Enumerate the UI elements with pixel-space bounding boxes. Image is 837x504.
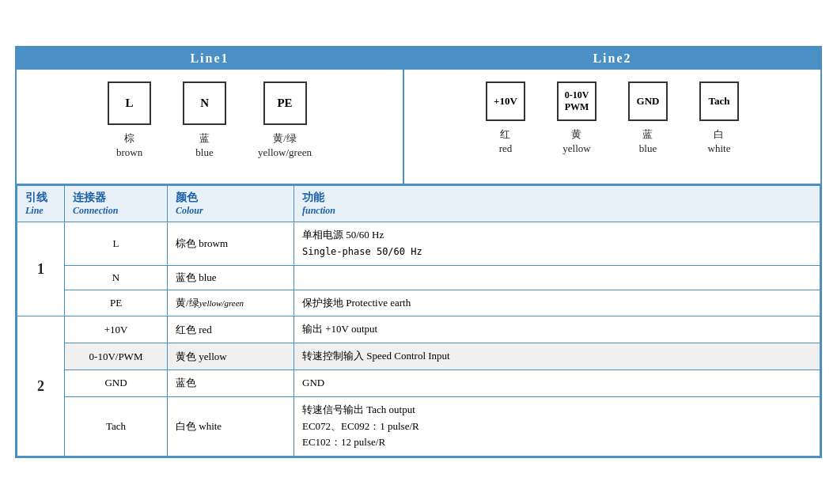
connector-gnd: GND 蓝blue xyxy=(628,81,668,156)
diagram-section: Line1 L 棕brown N 蓝blue PE 黄/绿yellow/gree… xyxy=(17,47,820,185)
line2-connectors: +10V 红red 0-10VPWM 黄yellow GND 蓝blue Tac… xyxy=(420,81,805,156)
header-func-cn: 功能 xyxy=(302,191,812,205)
connector-label-PE: 黄/绿yellow/green xyxy=(258,131,312,160)
table-row: 1 L 棕色 browm 单相电源 50/60 HzSingle-phase 5… xyxy=(17,222,820,266)
header-colour-en: Colour xyxy=(176,205,286,217)
line1-connectors: L 棕brown N 蓝blue PE 黄/绿yellow/green xyxy=(32,81,387,160)
header-conn-en: Connection xyxy=(73,205,159,217)
header-line-en: Line xyxy=(25,205,56,217)
table-row: N 蓝色 blue xyxy=(17,265,820,290)
connector-label-10v: 红red xyxy=(499,127,513,156)
colour-red-cell: 红色 red xyxy=(168,316,294,343)
connector-box-N: N xyxy=(183,81,226,125)
colour-white-cell: 白色 white xyxy=(168,396,294,456)
func-PE-cell: 保护接地 Protective earth xyxy=(294,290,820,316)
connector-label-pwm: 黄yellow xyxy=(562,127,590,156)
table-body: 1 L 棕色 browm 单相电源 50/60 HzSingle-phase 5… xyxy=(17,222,820,457)
line1-diagram: Line1 L 棕brown N 蓝blue PE 黄/绿yellow/gree… xyxy=(17,47,404,184)
table-row: Tach 白色 white 转速信号输出 Tach output EC072、E… xyxy=(17,396,820,456)
header-func-en: function xyxy=(302,205,812,217)
header-line: 引线 Line xyxy=(17,186,65,222)
connector-pwm: 0-10VPWM 黄yellow xyxy=(557,81,597,156)
conn-tach-cell: Tach xyxy=(65,396,168,456)
conn-10v-cell: +10V xyxy=(65,316,168,343)
colour-blue-cell: 蓝色 blue xyxy=(168,265,294,290)
connector-box-PE: PE xyxy=(263,81,307,125)
line2-header: Line2 xyxy=(404,47,820,70)
connector-label-N: 蓝blue xyxy=(195,131,213,160)
conn-N-cell: N xyxy=(65,265,168,290)
table-header-row: 引线 Line 连接器 Connection 颜色 Colour 功能 func… xyxy=(17,186,820,222)
func-gnd-cell: GND xyxy=(294,370,820,397)
connector-tach: Tach 白white xyxy=(699,81,739,156)
func-pwm-cell: 转速控制输入 Speed Control Input xyxy=(294,343,820,370)
line2-cell: 2 xyxy=(17,316,65,457)
connector-10v: +10V 红red xyxy=(486,81,525,156)
header-connection: 连接器 Connection xyxy=(65,186,168,222)
conn-L-cell: L xyxy=(65,222,168,266)
colour-yg-cell: 黄/绿yellow/green xyxy=(168,290,294,316)
connector-box-pwm: 0-10VPWM xyxy=(557,81,597,121)
func-tach-cell: 转速信号输出 Tach output EC072、EC092：1 pulse/R… xyxy=(294,396,820,456)
wiring-table: 引线 Line 连接器 Connection 颜色 Colour 功能 func… xyxy=(17,185,820,457)
colour-brown-cell: 棕色 browm xyxy=(168,222,294,266)
line1-header: Line1 xyxy=(17,47,403,70)
connector-L: L 棕brown xyxy=(108,81,151,160)
table-row: 0-10V/PWM 黄色 yellow 转速控制输入 Speed Control… xyxy=(17,343,820,370)
connector-box-tach: Tach xyxy=(699,81,739,121)
func-10v-cell: 输出 +10V output xyxy=(294,316,820,343)
connector-N: N 蓝blue xyxy=(183,81,226,160)
table-row: GND 蓝色 GND xyxy=(17,370,820,397)
header-colour-cn: 颜色 xyxy=(176,191,286,205)
table-section: 引线 Line 连接器 Connection 颜色 Colour 功能 func… xyxy=(17,185,820,457)
connector-label-gnd: 蓝blue xyxy=(639,127,657,156)
connector-label-tach: 白white xyxy=(708,127,731,156)
func-N-cell xyxy=(294,265,820,290)
table-row: 2 +10V 红色 red 输出 +10V output xyxy=(17,316,820,343)
conn-pwm-cell: 0-10V/PWM xyxy=(65,343,168,370)
connector-box-gnd: GND xyxy=(628,81,668,121)
colour-gnd-cell: 蓝色 xyxy=(168,370,294,397)
conn-gnd-cell: GND xyxy=(65,370,168,397)
connector-label-L: 棕brown xyxy=(116,131,142,160)
connector-box-10v: +10V xyxy=(486,81,525,121)
header-function: 功能 function xyxy=(294,186,820,222)
main-container: Line1 L 棕brown N 蓝blue PE 黄/绿yellow/gree… xyxy=(15,46,822,459)
header-conn-cn: 连接器 xyxy=(73,191,159,205)
line1-cell: 1 xyxy=(17,222,65,316)
func-L-cell: 单相电源 50/60 HzSingle-phase 50/60 Hz xyxy=(294,222,820,266)
line2-diagram: Line2 +10V 红red 0-10VPWM 黄yellow GND 蓝bl… xyxy=(404,47,820,184)
conn-PE-cell: PE xyxy=(65,290,168,316)
connector-box-L: L xyxy=(108,81,151,125)
connector-PE: PE 黄/绿yellow/green xyxy=(258,81,312,160)
colour-yellow-cell: 黄色 yellow xyxy=(168,343,294,370)
header-line-cn: 引线 xyxy=(25,191,56,205)
table-row: PE 黄/绿yellow/green 保护接地 Protective earth xyxy=(17,290,820,316)
header-colour: 颜色 Colour xyxy=(168,186,294,222)
